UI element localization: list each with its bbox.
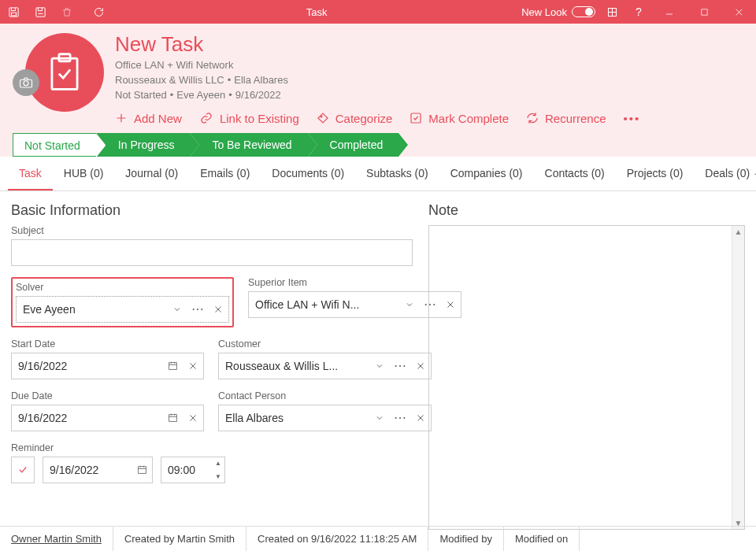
status-created-on: Created on 9/16/2022 11:18:25 AM [246, 527, 428, 551]
minimize-button[interactable] [652, 0, 687, 24]
delete-button[interactable] [54, 0, 80, 24]
svg-rect-5 [52, 58, 77, 89]
more-actions-button[interactable]: ••• [624, 112, 641, 125]
help-button[interactable]: ? [625, 0, 652, 24]
solver-field-highlight: Solver ⋯ [11, 277, 234, 327]
close-window-button[interactable] [721, 0, 756, 24]
save-and-close-button[interactable] [27, 0, 54, 24]
refresh-button[interactable] [85, 0, 112, 24]
new-look-label: New Look [521, 6, 567, 18]
tab-journal[interactable]: Journal (0) [114, 156, 189, 190]
link-to-existing-button[interactable]: Link to Existing [199, 112, 299, 125]
tab-contacts[interactable]: Contacts (0) [534, 156, 616, 190]
due-date-input[interactable] [12, 405, 162, 431]
due-date-label: Due Date [11, 390, 204, 401]
recurrence-label: Recurrence [545, 112, 606, 125]
tab-hub[interactable]: HUB (0) [53, 156, 115, 190]
new-look-toggle[interactable]: New Look [521, 6, 595, 18]
customer-input[interactable] [219, 353, 369, 379]
customer-browse-button[interactable]: ⋯ [390, 353, 410, 379]
note-scroll-up[interactable]: ▲ [735, 226, 743, 238]
reminder-time-up-button[interactable]: ▲ [212, 457, 224, 470]
reminder-label: Reminder [11, 442, 413, 453]
svg-rect-10 [411, 113, 421, 123]
add-new-button[interactable]: Add New [115, 112, 182, 125]
categorize-button[interactable]: Categorize [317, 112, 393, 125]
stage-label: To Be Reviewed [212, 139, 291, 151]
app-icon-button[interactable] [598, 0, 625, 24]
superior-dropdown-button[interactable] [399, 292, 420, 317]
task-avatar [25, 33, 104, 112]
solver-input[interactable] [17, 297, 167, 322]
contact-browse-button[interactable]: ⋯ [390, 405, 410, 431]
contact-combo: ⋯ [218, 405, 432, 431]
reminder-time-input[interactable] [161, 457, 212, 483]
status-owner-text: Owner Martin Smith [11, 533, 102, 545]
save-button[interactable] [0, 0, 27, 24]
reminder-time-spinner: ▲ ▼ [212, 457, 224, 483]
tab-strip: Task HUB (0) Journal (0) Emails (0) Docu… [0, 157, 756, 191]
svg-rect-1 [11, 13, 16, 16]
maximize-button[interactable] [687, 0, 721, 24]
toggle-icon [572, 6, 595, 17]
header-area: New Task Office LAN + Wifi Network Rouss… [0, 24, 756, 157]
start-date-calendar-button[interactable] [162, 353, 183, 379]
stage-bar: Not Started In Progress To Be Reviewed C… [13, 133, 743, 157]
status-modified-on-text: Modified on [515, 533, 568, 545]
reminder-date-input[interactable] [43, 457, 132, 483]
start-date-clear-button[interactable] [183, 353, 203, 379]
svg-rect-2 [35, 7, 44, 16]
tab-label: Task [19, 167, 42, 179]
due-date-clear-button[interactable] [183, 405, 203, 431]
tab-label: Emails (0) [200, 167, 250, 179]
section-note-title: Note [428, 202, 745, 219]
meta-company: Rousseaux & Willis LLC [115, 74, 224, 86]
tab-documents[interactable]: Documents (0) [261, 156, 355, 190]
tab-deals[interactable]: Deals (0) [694, 156, 754, 190]
page-title: New Task [115, 33, 743, 56]
solver-clear-button[interactable] [208, 297, 228, 322]
note-textarea[interactable]: ▲ ▼ [428, 225, 745, 530]
meta-line-2: Rousseaux & Willis LLC•Ella Albares [115, 74, 743, 86]
link-existing-label: Link to Existing [220, 112, 299, 125]
tab-emails[interactable]: Emails (0) [189, 156, 261, 190]
note-scrollbar[interactable]: ▲ ▼ [732, 226, 744, 529]
tab-companies[interactable]: Companies (0) [439, 156, 534, 190]
reminder-time-down-button[interactable]: ▼ [212, 470, 224, 483]
stage-in-progress[interactable]: In Progress [96, 133, 191, 157]
start-date-input[interactable] [12, 353, 162, 379]
reminder-date-calendar-button[interactable] [132, 457, 152, 483]
section-basic-information-title: Basic Information [11, 202, 413, 219]
stage-completed[interactable]: Completed [308, 133, 399, 157]
change-photo-button[interactable] [13, 69, 39, 96]
recurrence-button[interactable]: Recurrence [526, 112, 606, 125]
customer-dropdown-button[interactable] [369, 353, 390, 379]
start-date-combo [11, 353, 204, 379]
meta-status: Not Started [115, 89, 167, 101]
svg-rect-12 [169, 415, 176, 422]
due-date-combo [11, 405, 204, 431]
status-owner[interactable]: Owner Martin Smith [0, 527, 113, 551]
due-date-calendar-button[interactable] [162, 405, 183, 431]
meta-contact: Ella Albares [234, 74, 288, 86]
tab-task[interactable]: Task [8, 156, 53, 190]
svg-rect-4 [701, 9, 706, 14]
contact-dropdown-button[interactable] [369, 405, 390, 431]
tab-projects[interactable]: Projects (0) [616, 156, 695, 190]
meta-line-1: Office LAN + Wifi Network [115, 59, 743, 71]
status-created-by: Created by Martin Smith [113, 527, 246, 551]
stage-to-be-reviewed[interactable]: To Be Reviewed [190, 133, 307, 157]
tab-label: Deals (0) [705, 167, 750, 179]
meta-date: 9/16/2022 [235, 89, 281, 101]
mark-complete-button[interactable]: Mark Complete [410, 112, 509, 125]
reminder-checkbox[interactable] [11, 457, 35, 483]
title-bar: Task New Look ? [0, 0, 756, 24]
stage-not-started[interactable]: Not Started [13, 133, 96, 157]
subject-input[interactable] [12, 240, 412, 265]
solver-browse-button[interactable]: ⋯ [187, 297, 208, 322]
solver-dropdown-button[interactable] [167, 297, 187, 322]
status-created-on-text: Created on 9/16/2022 11:18:25 AM [258, 533, 417, 545]
superior-input[interactable] [249, 292, 399, 317]
contact-input[interactable] [219, 405, 369, 431]
tab-subtasks[interactable]: Subtasks (0) [355, 156, 439, 190]
